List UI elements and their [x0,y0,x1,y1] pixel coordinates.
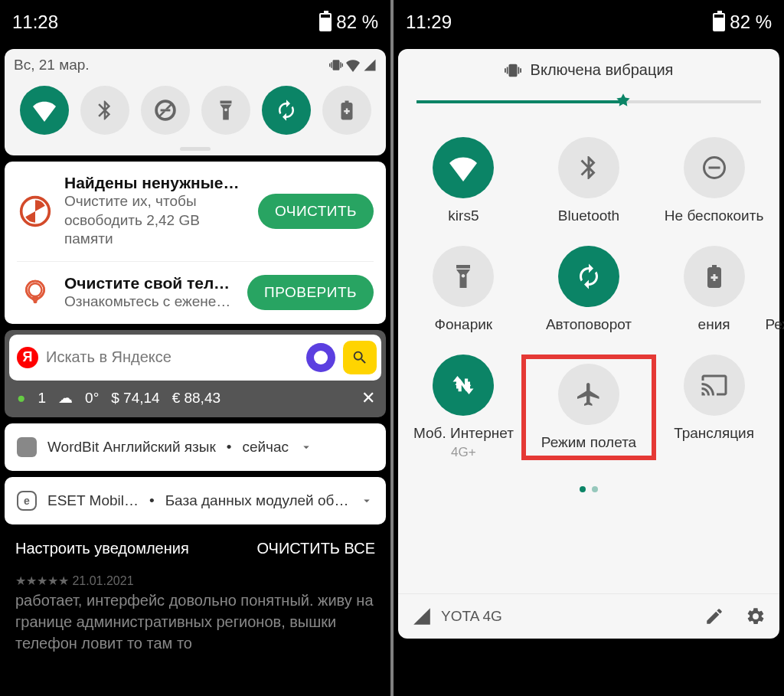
qs-tile-mobile-data[interactable]: Моб. Интернет 4G+ [406,355,521,460]
battery-percent: 82 % [336,11,378,33]
yandex-widget: Я Искать в Яндексе ●1 ☁0° $ 74,14 € 88,4… [5,330,386,417]
notif-subtitle: Очистите их, чтобы освободить 2,42 GB па… [64,192,247,249]
battery-saver-icon [684,246,745,307]
drag-handle[interactable] [180,147,211,151]
carrier-label: YOTA 4G [441,608,502,625]
gear-icon[interactable] [746,606,766,626]
quick-settings-collapsed: Вс, 21 мар. [5,49,386,155]
qs-bluetooth-toggle[interactable] [80,86,129,135]
notification-cleaner[interactable]: Найдены ненужные… Очистите их, чтобы осв… [5,162,386,261]
vibrate-icon [505,62,521,79]
background-review: ★★★★★ 21.01.2021 работает, интерфейс дов… [0,565,390,662]
vibration-label: Включена вибрация [531,61,674,79]
qs-tile-battery-saver-partial[interactable]: ения Режим [656,246,772,333]
eset-app-name: ESET Mobil… [47,492,139,509]
eset-text: База данных модулей обнаруж… [165,492,349,509]
wifi-status-icon [346,58,360,72]
svg-rect-5 [708,167,720,169]
qs-tile-flashlight[interactable]: Фонарик [406,246,521,333]
status-bar-right: 11:29 82 % [394,0,784,44]
alice-button[interactable] [306,343,335,372]
autorotate-icon [558,246,619,307]
qs-wifi-toggle[interactable] [20,86,69,135]
search-button[interactable] [343,341,377,374]
notif-title: Найдены ненужные… [64,174,247,192]
clean-button[interactable]: ОЧИСТИТЬ [258,194,374,229]
weather-temp: 0° [85,390,99,407]
wordbit-app-icon [17,437,37,457]
qs-tile-autorotate[interactable]: Автоповорот [521,246,656,333]
phone-left: 11:28 82 % Вс, 21 мар. [0,0,390,696]
wordbit-text: WordBit Английский язык [47,439,216,456]
brightness-slider[interactable] [416,100,761,103]
page-indicator [398,475,779,503]
dnd-icon [684,137,745,198]
clear-all-button[interactable]: ОЧИСТИТЬ ВСЕ [256,540,375,557]
yandex-logo-icon: Я [17,347,38,368]
pollen-value: 1 [38,390,46,407]
clock: 11:28 [12,11,58,33]
chevron-down-icon[interactable] [299,440,313,454]
svg-rect-1 [160,109,170,112]
qs-tile-dnd[interactable]: Не беспокоить [656,137,772,224]
wordbit-time: сейчас [242,439,289,456]
vibrate-icon [329,58,343,72]
eur-rate: € 88,43 [172,390,220,407]
battery-percent: 82 % [730,11,772,33]
phone-right: 11:29 82 % Включена вибрация kirs5 [394,0,784,696]
qs-dnd-toggle[interactable] [141,86,190,135]
chevron-down-icon[interactable] [360,494,374,508]
qs-tile-wifi[interactable]: kirs5 [406,137,521,224]
notification-group-cleaner: Найдены ненужные… Очистите их, чтобы осв… [5,162,386,324]
eset-app-icon: e [17,491,37,511]
bluetooth-icon [558,137,619,198]
qs-tile-cast[interactable]: Трансляция [656,355,772,460]
quick-settings-expanded: Включена вибрация kirs5 Bluetooth [398,49,779,639]
close-icon[interactable]: ✕ [361,388,375,408]
date-label: Вс, 21 мар. [14,57,90,74]
usd-rate: $ 74,14 [111,390,159,407]
notification-scan[interactable]: Очистите свой теле… Ознакомьтесь с ежене… [5,262,386,324]
mobile-data-icon [433,355,494,416]
airplane-icon [558,364,619,425]
status-right: 82 % [319,11,378,33]
wifi-icon [433,137,494,198]
qs-flashlight-toggle[interactable] [201,86,250,135]
cleaner-app-icon [17,193,54,230]
clock: 11:29 [406,11,452,33]
notification-eset[interactable]: e ESET Mobil… • База данных модулей обна… [5,477,386,524]
qs-tile-airplane[interactable]: Режим полета [521,355,656,460]
qs-battery-saver-toggle[interactable] [322,86,371,135]
signal-icon [412,606,432,626]
yandex-search-bar[interactable]: Я Искать в Яндексе [9,335,381,381]
check-button[interactable]: ПРОВЕРИТЬ [247,275,374,310]
cast-icon [684,355,745,416]
notif-title: Очистите свой теле… [64,274,237,292]
notif-subtitle: Ознакомьтесь с ежене… [64,292,237,312]
brightness-thumb-icon [613,92,633,112]
search-placeholder: Искать в Яндексе [46,348,299,366]
notification-settings-link[interactable]: Настроить уведомления [15,540,189,557]
battery-icon [713,13,725,31]
flashlight-icon [433,246,494,307]
status-bar-left: 11:28 82 % [0,0,390,44]
notification-wordbit[interactable]: WordBit Английский язык • сейчас [5,423,386,471]
signal-icon [363,58,377,72]
battery-icon [319,13,332,31]
qs-tile-bluetooth[interactable]: Bluetooth [521,137,656,224]
edit-icon[interactable] [704,606,724,626]
qs-autorotate-toggle[interactable] [262,86,311,135]
scan-app-icon [17,274,54,311]
